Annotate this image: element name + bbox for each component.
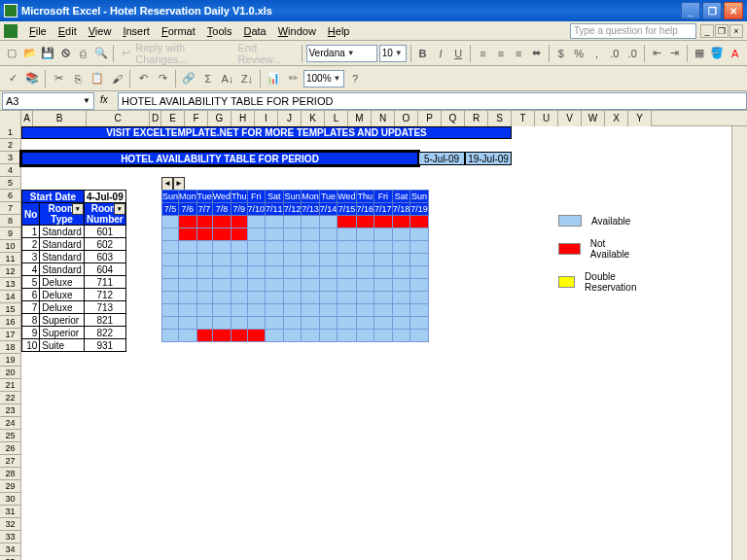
row-header-14[interactable]: 14 xyxy=(0,291,21,303)
availability-grid[interactable]: SunMonTueWedThuFriSatSunMonTueWedThuFriS… xyxy=(161,190,429,342)
col-header-E[interactable]: E xyxy=(161,111,185,126)
row-header-27[interactable]: 27 xyxy=(0,455,21,468)
row-header-13[interactable]: 13 xyxy=(0,278,21,291)
filter-room-number[interactable]: ▾ xyxy=(114,203,125,215)
scroll-left-button[interactable]: ◄ xyxy=(161,177,173,191)
italic-icon[interactable]: I xyxy=(433,45,448,62)
col-header-V[interactable]: V xyxy=(558,111,582,126)
row-header-32[interactable]: 32 xyxy=(0,518,21,531)
col-header-L[interactable]: L xyxy=(325,111,348,126)
merge-icon[interactable]: ⬌ xyxy=(528,45,544,62)
sort-desc-icon[interactable]: Z↓ xyxy=(238,70,256,88)
col-header-M[interactable]: M xyxy=(348,111,372,126)
permission-icon[interactable]: 🛇 xyxy=(57,45,73,62)
copy-icon[interactable]: ⎘ xyxy=(69,70,87,88)
align-left-icon[interactable]: ≡ xyxy=(475,45,490,62)
row-header-18[interactable]: 18 xyxy=(0,341,21,354)
maximize-button[interactable]: ❐ xyxy=(702,2,722,19)
row-header-9[interactable]: 9 xyxy=(0,228,21,240)
underline-icon[interactable]: U xyxy=(450,45,466,62)
col-header-B[interactable]: B xyxy=(33,111,87,126)
row-header-31[interactable]: 31 xyxy=(0,506,21,518)
col-header-I[interactable]: I xyxy=(255,111,278,126)
row-header-7[interactable]: 7 xyxy=(0,202,21,215)
row-header-33[interactable]: 33 xyxy=(0,531,21,543)
column-headers[interactable]: ABCDEFGHIJKLMNOPQRSTUVWXY xyxy=(0,111,747,126)
row-header-5[interactable]: 5 xyxy=(0,177,21,190)
row-header-34[interactable]: 34 xyxy=(0,543,21,556)
print-icon[interactable]: ⎙ xyxy=(75,45,90,62)
doc-restore-button[interactable]: ❐ xyxy=(715,24,729,38)
drawing-icon[interactable]: ✏ xyxy=(284,70,302,88)
decrease-decimal-icon[interactable]: .0 xyxy=(624,45,640,62)
row-header-26[interactable]: 26 xyxy=(0,442,21,455)
autosum-icon[interactable]: Σ xyxy=(199,70,217,88)
vertical-scrollbar[interactable] xyxy=(731,126,747,560)
col-header-W[interactable]: W xyxy=(582,111,605,126)
preview-icon[interactable]: 🔍 xyxy=(93,45,109,62)
spelling-icon[interactable]: ✓ xyxy=(4,70,21,88)
row-header-8[interactable]: 8 xyxy=(0,215,21,228)
doc-close-button[interactable]: × xyxy=(729,24,743,38)
font-selector[interactable]: Verdana▼ xyxy=(306,45,377,62)
help-search[interactable]: Type a question for help xyxy=(570,23,696,39)
doc-minimize-button[interactable]: _ xyxy=(700,24,714,38)
filter-room-type[interactable]: ▾ xyxy=(72,203,84,215)
row-header-11[interactable]: 11 xyxy=(0,253,21,265)
format-painter-icon[interactable]: 🖌 xyxy=(108,70,125,88)
new-icon[interactable]: ▢ xyxy=(4,45,19,62)
col-header-R[interactable]: R xyxy=(465,111,488,126)
cut-icon[interactable]: ✂ xyxy=(50,70,67,88)
chart-icon[interactable]: 📊 xyxy=(265,70,282,88)
increase-decimal-icon[interactable]: .0 xyxy=(607,45,622,62)
borders-icon[interactable]: ▦ xyxy=(692,45,707,62)
col-header-T[interactable]: T xyxy=(512,111,535,126)
visit-banner[interactable]: VISIT EXCELTEMPLATE.NET FOR MORE TEMPLAT… xyxy=(21,126,512,139)
menu-edit[interactable]: Edit xyxy=(53,23,83,39)
row-header-4[interactable]: 4 xyxy=(0,164,21,177)
reply-changes-button[interactable]: ↩ xyxy=(118,45,133,62)
col-header-G[interactable]: G xyxy=(208,111,231,126)
row-header-22[interactable]: 22 xyxy=(0,392,21,404)
row-header-17[interactable]: 17 xyxy=(0,329,21,341)
row-header-25[interactable]: 25 xyxy=(0,430,21,442)
menu-help[interactable]: Help xyxy=(322,23,356,39)
row-header-2[interactable]: 2 xyxy=(0,139,21,152)
currency-icon[interactable]: $ xyxy=(553,45,569,62)
col-header-H[interactable]: H xyxy=(231,111,255,126)
close-button[interactable]: ✕ xyxy=(724,2,743,19)
sort-asc-icon[interactable]: A↓ xyxy=(219,70,236,88)
row-header-24[interactable]: 24 xyxy=(0,417,21,430)
row-headers[interactable]: 1234567891011121314151617181920212223242… xyxy=(0,126,21,560)
row-header-16[interactable]: 16 xyxy=(0,316,21,329)
menu-data[interactable]: Data xyxy=(237,23,271,39)
hyperlink-icon[interactable]: 🔗 xyxy=(180,70,197,88)
row-header-10[interactable]: 10 xyxy=(0,240,21,253)
research-icon[interactable]: 📚 xyxy=(23,70,41,88)
row-header-15[interactable]: 15 xyxy=(0,303,21,316)
decrease-indent-icon[interactable]: ⇤ xyxy=(649,45,664,62)
menu-format[interactable]: Format xyxy=(156,23,201,39)
col-header-Y[interactable]: Y xyxy=(628,111,652,126)
col-header-A[interactable]: A xyxy=(21,111,33,126)
col-header-S[interactable]: S xyxy=(488,111,512,126)
menu-file[interactable]: File xyxy=(23,23,53,39)
row-header-35[interactable]: 35 xyxy=(0,556,21,560)
redo-icon[interactable]: ↷ xyxy=(154,70,171,88)
row-header-12[interactable]: 12 xyxy=(0,265,21,278)
align-center-icon[interactable]: ≡ xyxy=(493,45,509,62)
increase-indent-icon[interactable]: ⇥ xyxy=(667,45,683,62)
row-header-23[interactable]: 23 xyxy=(0,404,21,417)
col-header-N[interactable]: N xyxy=(372,111,395,126)
fill-color-icon[interactable]: 🪣 xyxy=(709,45,725,62)
name-box[interactable]: A3▼ xyxy=(2,92,94,110)
bold-icon[interactable]: B xyxy=(414,45,430,62)
comma-icon[interactable]: , xyxy=(588,45,604,62)
col-header-C[interactable]: C xyxy=(87,111,150,126)
open-icon[interactable]: 📂 xyxy=(21,45,37,62)
col-header-K[interactable]: K xyxy=(302,111,325,126)
minimize-button[interactable]: _ xyxy=(681,2,700,19)
row-header-28[interactable]: 28 xyxy=(0,468,21,480)
save-icon[interactable]: 💾 xyxy=(40,45,55,62)
row-header-3[interactable]: 3 xyxy=(0,152,21,164)
